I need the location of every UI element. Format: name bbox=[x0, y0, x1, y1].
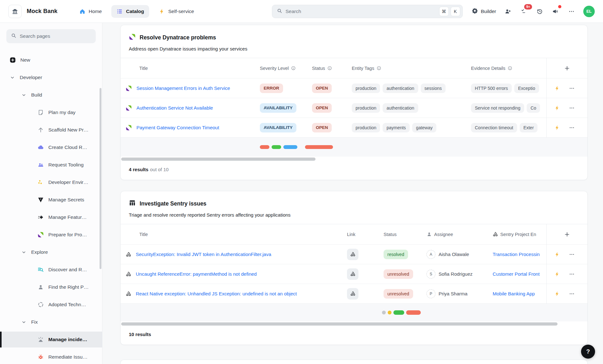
table-header-row: TitleSeverity LevelStatusEntity TagsEvid… bbox=[121, 58, 587, 78]
evidence-pill: HTTP 500 errors bbox=[471, 84, 512, 93]
global-search[interactable]: ⌘K bbox=[272, 5, 463, 18]
nav-home[interactable]: Home bbox=[74, 5, 107, 18]
sidebar-search-input[interactable] bbox=[20, 33, 91, 39]
column-label: Title bbox=[139, 66, 148, 71]
sidebar: NewDeveloperBuildPlan my dayScaffold New… bbox=[0, 23, 102, 364]
sidebar-item-prepare-for-pro[interactable]: Prepare for Pro… bbox=[0, 227, 102, 243]
row-title-link[interactable]: Uncaught ReferenceError: paymentMethod i… bbox=[136, 271, 257, 277]
sidebar-item-developer[interactable]: Developer bbox=[0, 70, 102, 85]
global-search-input[interactable] bbox=[286, 9, 436, 14]
status-cell: OPEN bbox=[312, 123, 352, 132]
kbd-: ⌘ bbox=[439, 7, 449, 16]
sidebar-item-label: Adopted Techn… bbox=[48, 302, 86, 307]
entity-tags-cell: productionpaymentsgateway bbox=[352, 123, 471, 132]
column-label: Severity Level bbox=[260, 66, 289, 71]
sidebar-item-manage-incide[interactable]: Manage incide… bbox=[0, 332, 102, 347]
row-title-link[interactable]: Session Management Errors in Auth Servic… bbox=[136, 85, 230, 91]
column-header-title[interactable]: Title bbox=[121, 66, 260, 71]
row-action-run-button[interactable] bbox=[554, 291, 560, 297]
row-action-run-button[interactable] bbox=[554, 105, 560, 111]
column-header-entity-tags[interactable]: Entity Tags bbox=[352, 66, 471, 71]
sentry-icon bbox=[350, 271, 356, 277]
row-action-run-button[interactable] bbox=[554, 252, 560, 257]
sentry-icon bbox=[126, 252, 131, 257]
plus-square-icon bbox=[10, 57, 16, 63]
invite-users-button[interactable] bbox=[504, 7, 512, 16]
sidebar-item-fix[interactable]: Fix bbox=[0, 314, 102, 330]
more-icon bbox=[569, 85, 575, 91]
assignee-cell: PPriya Sharma bbox=[426, 289, 493, 298]
document-icon bbox=[38, 109, 44, 116]
row-action-menu-button[interactable] bbox=[569, 105, 575, 111]
sidebar-item-scaffold-new-pr[interactable]: Scaffold New Pr… bbox=[0, 122, 102, 138]
row-title-link[interactable]: Authentication Service Not Available bbox=[136, 105, 213, 111]
sidebar-item-manage-secrets[interactable]: Manage Secrets bbox=[0, 192, 102, 208]
sidebar-search[interactable] bbox=[6, 29, 96, 43]
column-header-assignee[interactable]: Assignee bbox=[426, 232, 493, 237]
project-link[interactable]: Transaction Processin bbox=[493, 252, 540, 257]
status-badge: unresolved bbox=[384, 269, 413, 279]
column-header-status[interactable]: Status bbox=[312, 66, 352, 71]
horizontal-scrollbar[interactable] bbox=[121, 322, 558, 326]
sentry-link-button[interactable] bbox=[347, 288, 358, 300]
builder-button[interactable]: Builder bbox=[472, 8, 496, 15]
nav-catalog[interactable]: Catalog bbox=[111, 5, 149, 18]
sidebar-item-manage-featur[interactable]: Manage Featur… bbox=[0, 209, 102, 225]
sidebar-item-label: Developer Envir… bbox=[48, 179, 88, 185]
user-avatar[interactable]: EL bbox=[583, 6, 595, 17]
help-button[interactable]: ? bbox=[581, 345, 595, 359]
sidebar-item-explore[interactable]: Explore bbox=[0, 244, 102, 260]
status-badge: OPEN bbox=[312, 123, 332, 132]
history-button[interactable] bbox=[536, 7, 544, 16]
more-button[interactable] bbox=[567, 7, 576, 16]
sidebar-item-build[interactable]: Build bbox=[0, 87, 102, 103]
sidebar-item-new[interactable]: New bbox=[0, 52, 102, 68]
sidebar-item-find-the-right-p[interactable]: Find the Right P… bbox=[0, 279, 102, 295]
row-title-link[interactable]: SecurityException: Invalid JWT token in … bbox=[136, 252, 271, 257]
row-action-menu-button[interactable] bbox=[569, 291, 575, 297]
tasks-button[interactable]: 9+ bbox=[520, 7, 528, 16]
app-logo-button[interactable] bbox=[8, 5, 22, 18]
table-row: Authentication Service Not AvailableAVAI… bbox=[121, 98, 587, 118]
main-content: Resolve Dynatrace problems Address open … bbox=[102, 23, 603, 364]
dynatrace-table: TitleSeverity LevelStatusEntity TagsEvid… bbox=[121, 58, 587, 157]
sentry-link-button[interactable] bbox=[347, 268, 358, 280]
card-subtitle: Address open Dynatrace issues impacting … bbox=[129, 46, 579, 51]
bug-icon bbox=[38, 354, 44, 360]
row-action-run-button[interactable] bbox=[554, 271, 560, 277]
sidebar-item-create-cloud-r[interactable]: Create Cloud R… bbox=[0, 139, 102, 155]
sentry-link-button[interactable] bbox=[347, 249, 358, 260]
add-column-button[interactable] bbox=[547, 224, 587, 245]
announcements-button[interactable] bbox=[551, 7, 560, 16]
horizontal-scrollbar[interactable] bbox=[121, 158, 315, 161]
sidebar-item-developer-envir[interactable]: Developer Envir… bbox=[0, 174, 102, 190]
row-title-link[interactable]: React Native exception: Unhandled JS Exc… bbox=[136, 291, 297, 296]
sidebar-item-adopted-techn[interactable]: Adopted Techn… bbox=[0, 297, 102, 313]
column-header-severity-level[interactable]: Severity Level bbox=[260, 66, 312, 71]
row-title-link[interactable]: Payment Gateway Connection Timeout bbox=[136, 125, 219, 130]
row-action-menu-button[interactable] bbox=[569, 85, 575, 91]
row-action-menu-button[interactable] bbox=[569, 125, 575, 131]
project-link[interactable]: Customer Portal Front bbox=[493, 271, 540, 277]
sidebar-item-request-tooling[interactable]: Request Tooling bbox=[0, 157, 102, 173]
announcement-dot bbox=[558, 5, 561, 8]
column-header-link[interactable]: Link bbox=[347, 232, 384, 237]
dynatrace-icon bbox=[126, 105, 132, 111]
column-header-status[interactable]: Status bbox=[384, 232, 426, 237]
project-link[interactable]: Mobile Banking App bbox=[493, 291, 535, 296]
add-column-button[interactable] bbox=[547, 58, 587, 78]
sidebar-item-discover-and-r[interactable]: Discover and R… bbox=[0, 262, 102, 278]
sidebar-scrollbar[interactable] bbox=[100, 88, 101, 269]
row-action-menu-button[interactable] bbox=[569, 252, 575, 257]
sidebar-item-label: Scaffold New Pr… bbox=[48, 127, 88, 133]
row-action-run-button[interactable] bbox=[554, 85, 560, 91]
sidebar-item-plan-my-day[interactable]: Plan my day bbox=[0, 104, 102, 120]
nav-self-service[interactable]: Self-service bbox=[154, 5, 199, 18]
sidebar-item-remediate-issu[interactable]: Remediate Issu… bbox=[0, 349, 102, 364]
plus-icon bbox=[564, 231, 570, 238]
dynatrace-results-footer: 4 resultsout of 10 bbox=[121, 162, 587, 180]
megaphone-icon bbox=[552, 8, 559, 15]
column-header-title[interactable]: Title bbox=[121, 232, 347, 237]
row-action-run-button[interactable] bbox=[554, 125, 560, 131]
row-action-menu-button[interactable] bbox=[569, 271, 575, 277]
